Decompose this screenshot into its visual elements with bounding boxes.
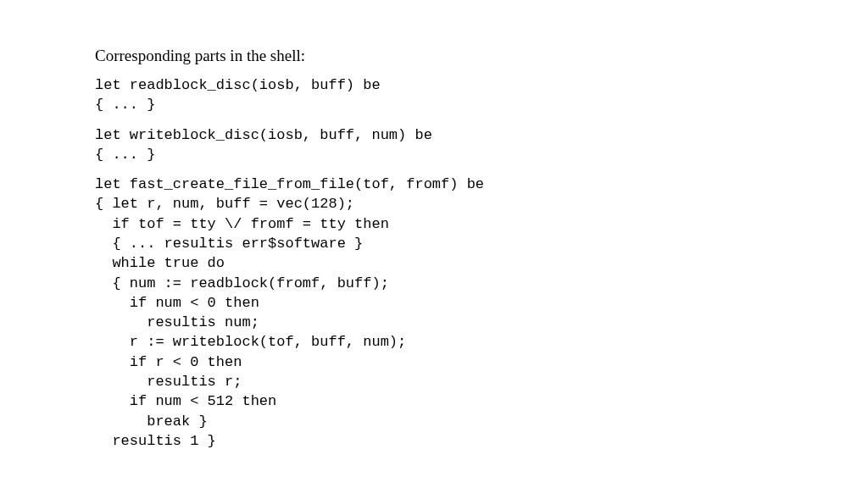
code-block-writeblock: let writeblock_disc(iosb, buff, num) be … — [95, 125, 868, 165]
code-block-fast-create: let fast_create_file_from_file(tof, from… — [95, 175, 868, 451]
code-block-readblock: let readblock_disc(iosb, buff) be { ... … — [95, 75, 868, 115]
document-page: Corresponding parts in the shell: let re… — [0, 0, 868, 451]
section-heading: Corresponding parts in the shell: — [95, 47, 868, 65]
